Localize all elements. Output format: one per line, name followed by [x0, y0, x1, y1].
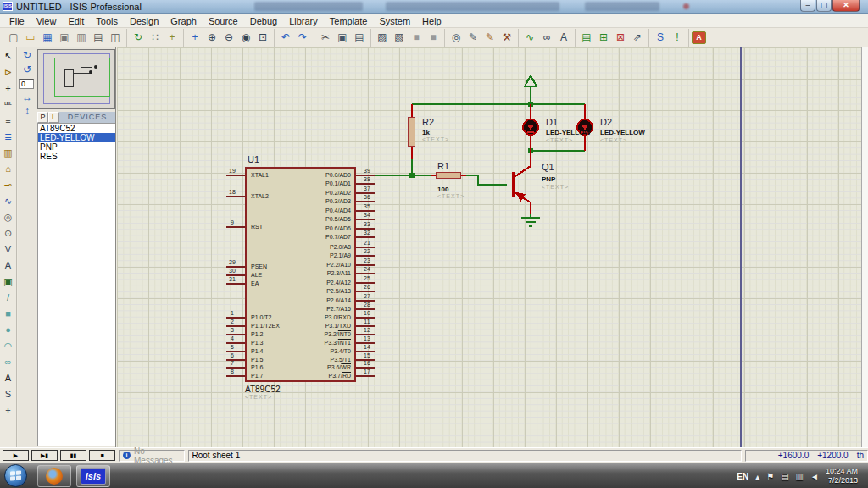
pin-stub-34[interactable] [356, 219, 375, 220]
led-d1[interactable] [523, 119, 538, 135]
tb-zoom-all[interactable]: ◉ [237, 29, 254, 46]
mode-current-probe-mode[interactable]: A [1, 258, 15, 273]
tb-pick-device[interactable]: ◎ [448, 29, 465, 46]
pin-stub-31[interactable] [226, 283, 245, 285]
tb-wire-autorouter[interactable]: ∿ [521, 29, 538, 46]
device-item-pnp[interactable]: PNP [38, 142, 115, 152]
mode-2d-line-mode[interactable]: / [1, 291, 15, 305]
power-terminal[interactable] [525, 75, 537, 86]
device-item-res[interactable]: RES [38, 152, 115, 161]
mode-voltage-probe-mode[interactable]: V [1, 242, 15, 257]
pin-stub-17[interactable] [356, 375, 375, 377]
ground-terminal[interactable] [521, 214, 540, 226]
menu-debug[interactable]: Debug [244, 16, 283, 26]
minimize-button[interactable]: – [800, 0, 815, 12]
menu-file[interactable]: File [3, 16, 31, 26]
mode-wire-label-mode[interactable]: LBL [1, 97, 15, 112]
mode-text-script-mode[interactable]: ≡ [1, 114, 15, 128]
pick-devices-button[interactable]: P [37, 112, 48, 123]
tb-search-tag[interactable]: ∞ [538, 29, 555, 46]
menu-template[interactable]: Template [324, 16, 374, 26]
taskbar-firefox-button[interactable] [37, 465, 71, 487]
menu-edit[interactable]: Edit [62, 16, 90, 26]
device-item-led-yellow[interactable]: LED-YELLOW [38, 133, 115, 142]
tb-new-sheet[interactable]: ⊞ [595, 29, 612, 46]
pin-stub-8[interactable] [226, 375, 245, 377]
language-indicator[interactable]: EN [737, 472, 748, 481]
pin-stub-38[interactable] [356, 183, 375, 185]
maximize-button[interactable]: ▢ [816, 0, 832, 12]
taskbar-clock[interactable]: 10:24 AM 7/2/2013 [826, 467, 858, 485]
pin-stub-22[interactable] [356, 255, 375, 257]
tb-import-section[interactable]: ▣ [56, 29, 73, 46]
resistor-r2[interactable] [408, 117, 415, 147]
tb-zoom-area[interactable]: ⊡ [254, 29, 271, 46]
overview-thumbnail[interactable] [37, 49, 115, 109]
tb-goto-sheet[interactable]: ⇗ [629, 29, 646, 46]
tb-toggle-grid[interactable]: ∷ [147, 29, 164, 46]
menu-design[interactable]: Design [124, 16, 164, 26]
tb-zoom-out[interactable]: ⊖ [220, 29, 237, 46]
pin-stub-24[interactable] [356, 273, 375, 274]
device-item-at89c52[interactable]: AT89C52 [38, 124, 115, 133]
tray-app-icon[interactable]: ▤ [781, 472, 788, 481]
menu-library[interactable]: Library [283, 16, 324, 26]
tb-decompose[interactable]: ⚒ [498, 29, 515, 46]
tb-property-assignment[interactable]: A [555, 29, 572, 46]
mode-selection-mode[interactable]: ↖ [1, 49, 15, 64]
sim-pause-button[interactable]: ▮▮ [60, 450, 86, 461]
tb-design-explorer[interactable]: ▤ [578, 29, 595, 46]
rotate-angle-field[interactable] [19, 79, 34, 89]
tb-electrical-rule-check[interactable]: ! [669, 29, 686, 46]
mode-terminal-mode[interactable]: ⌂ [1, 162, 15, 176]
resistor-r1[interactable] [436, 172, 461, 179]
tb-cut[interactable]: ✂ [317, 29, 334, 46]
menu-system[interactable]: System [373, 16, 416, 26]
mode-tape-recorder-mode[interactable]: ◎ [1, 210, 15, 225]
tb-open-design[interactable]: ▭ [22, 29, 39, 46]
tb-copy[interactable]: ▣ [334, 29, 351, 46]
pin-stub-32[interactable] [356, 236, 375, 238]
mode-2d-path-mode[interactable]: ∞ [1, 355, 15, 369]
sim-stop-button[interactable]: ■ [89, 450, 115, 461]
tb-zoom-in[interactable]: ⊕ [203, 29, 220, 46]
tb-pan[interactable]: + [186, 29, 203, 46]
mode-component-mode[interactable]: ⊳ [1, 65, 15, 80]
start-button[interactable] [4, 464, 27, 487]
close-button[interactable]: ✕ [832, 0, 860, 12]
pin-stub-18[interactable] [226, 196, 245, 197]
tb-save-design[interactable]: ▦ [39, 29, 56, 46]
tb-block-rotate[interactable]: ■ [408, 29, 425, 46]
mode-subcircuit-mode[interactable]: ▥ [1, 146, 15, 160]
tb-block-copy[interactable]: ▨ [374, 29, 391, 46]
tb-print-preview[interactable]: ◫ [107, 29, 124, 46]
mode-2d-marker-mode[interactable]: + [1, 403, 15, 418]
tb-new-file[interactable]: ▢ [5, 29, 22, 46]
network-icon[interactable]: ▥ [796, 472, 804, 481]
mode-2d-text-mode[interactable]: A [1, 371, 15, 385]
mode-2d-box-mode[interactable]: ■ [1, 307, 15, 321]
tray-expand-icon[interactable]: ▴ [755, 472, 760, 481]
tb-bill-of-materials[interactable]: S [652, 29, 669, 46]
menu-help[interactable]: Help [416, 16, 448, 26]
menu-source[interactable]: Source [203, 16, 244, 26]
pin-stub-9[interactable] [226, 226, 245, 228]
menu-graph[interactable]: Graph [164, 16, 203, 26]
rotate-cw-button[interactable]: ↻ [20, 49, 34, 61]
tb-redo[interactable]: ↷ [294, 29, 311, 46]
tb-remove-sheet[interactable]: ⊠ [612, 29, 629, 46]
tb-print[interactable]: ▤ [90, 29, 107, 46]
action-center-icon[interactable]: ⚑ [766, 472, 774, 481]
pin-stub-36[interactable] [356, 201, 375, 202]
sim-play-button[interactable]: ▶ [3, 450, 29, 461]
mode-junction-dot-mode[interactable]: + [1, 81, 15, 96]
tb-block-delete[interactable]: ■ [425, 29, 442, 46]
mirror-h-button[interactable]: ↔ [20, 92, 34, 103]
tb-packaging-tool[interactable]: ✎ [481, 29, 498, 46]
tb-origin[interactable]: + [164, 29, 181, 46]
library-button[interactable]: L [48, 112, 59, 123]
tb-refresh-display[interactable]: ↻ [130, 29, 147, 46]
mode-graph-mode[interactable]: ∿ [1, 194, 15, 208]
tb-undo[interactable]: ↶ [277, 29, 294, 46]
volume-icon[interactable]: ◄ [810, 472, 819, 481]
